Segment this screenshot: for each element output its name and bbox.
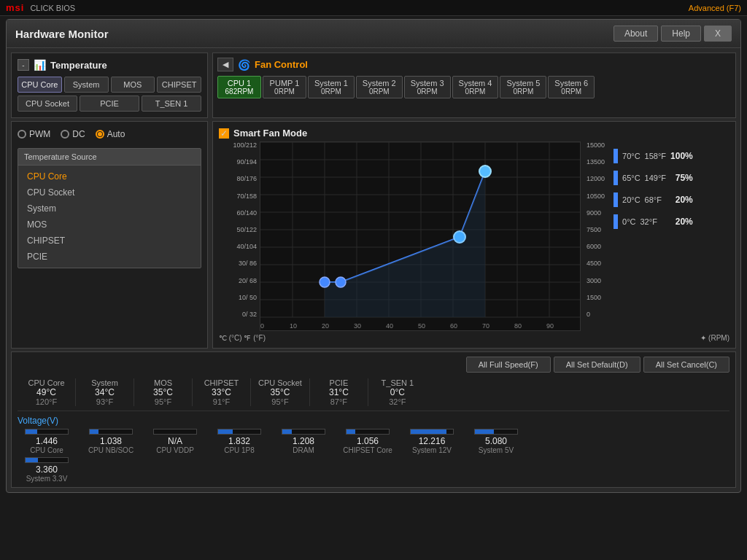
temp-btn-mos[interactable]: MOS (111, 77, 155, 93)
voltage-name-cpu-1p8: CPU 1P8 (224, 446, 255, 454)
smart-fan-checkbox[interactable]: ✓ (219, 128, 229, 139)
auto-label: Auto (107, 129, 125, 139)
fan-tab-sys4[interactable]: System 4 0RPM (452, 76, 499, 98)
rpm-scale-0: 0 (587, 311, 605, 318)
y-axis-labels: 100/212 90/194 80/176 70/158 60/140 50/1… (219, 141, 257, 331)
help-button[interactable]: Help (661, 26, 701, 42)
temperature-panel-title: Temperature (50, 60, 107, 71)
voltage-name-cpu-nb: CPU NB/SOC (88, 446, 133, 454)
fan-tab-sys3[interactable]: System 3 0RPM (404, 76, 451, 98)
voltage-bar-cpu-core (26, 429, 37, 434)
fan-tab-pump1[interactable]: PUMP 1 0RPM (263, 76, 306, 98)
rpm-scale-12000: 12000 (587, 175, 605, 182)
fan-tab-sys6-label: System 6 (554, 79, 588, 88)
fan-tab-sys1[interactable]: System 1 0RPM (308, 76, 355, 98)
y-label-9: 10/ 50 (219, 294, 257, 301)
voltage-row-2: 3.360 System 3.3V (18, 457, 729, 483)
voltage-bar-dram (282, 429, 292, 434)
bios-title: CLICK BIOS (30, 4, 75, 12)
chart-footer: ℃ (°C) ℉ (°F) ✦ (RPM) (219, 334, 729, 342)
rpm-scale-4500: 4500 (587, 260, 605, 267)
temp-source-system[interactable]: System (18, 201, 201, 217)
sensor-mos-fahrenheit: 95°F (155, 397, 171, 406)
svg-text:90: 90 (546, 322, 554, 330)
voltage-bar-chipset (347, 429, 355, 434)
temp-source-cpu-core[interactable]: CPU Core (18, 168, 201, 184)
sensor-system-name: System (91, 378, 118, 387)
smart-fan-mode-label: Smart Fan Mode (233, 128, 307, 139)
y-label-5: 50/122 (219, 226, 257, 233)
temp-source-chipset[interactable]: CHIPSET (18, 233, 201, 249)
voltage-section: Voltage(V) 1.446 CPU Core 1.038 (18, 416, 729, 483)
fan-control-title: Fan Control (255, 59, 308, 70)
fan-tab-sys6-rpm: 0RPM (554, 88, 588, 96)
control-point-2[interactable] (336, 277, 346, 287)
sensor-system: System 34°C 93°F (76, 378, 134, 406)
voltage-bar-container-cpu-core (25, 429, 69, 435)
fan-back-button[interactable]: ◀ (217, 58, 233, 71)
voltage-bar-3v3 (26, 458, 38, 462)
temperature-buttons-row2: CPU Socket PCIE T_SEN 1 (18, 96, 201, 112)
temp-btn-tsen1[interactable]: T_SEN 1 (142, 96, 201, 112)
fan-tab-cpu1-rpm: 682RPM (224, 88, 255, 96)
fan-tab-pump1-rpm: 0RPM (269, 88, 300, 96)
svg-text:0: 0 (260, 322, 264, 330)
temp-btn-pcie[interactable]: PCIE (80, 96, 139, 112)
voltage-name-3v3: System 3.3V (26, 475, 68, 483)
sensor-pcie-fahrenheit: 87°F (330, 397, 347, 406)
fan-tab-sys6[interactable]: System 6 0RPM (548, 76, 595, 98)
expand-button[interactable]: - (18, 59, 29, 71)
sensor-mos: MOS 35°C 95°F (134, 378, 193, 406)
threshold-75pct: 65°C 149°F 75% (614, 171, 693, 185)
pwm-radio[interactable] (18, 130, 26, 139)
fan-tabs-container: CPU 1 682RPM PUMP 1 0RPM System 1 0RPM S… (217, 76, 731, 98)
rpm-scale-10500: 10500 (587, 192, 605, 200)
window-controls: About Help X (614, 26, 732, 42)
chart-area: ✓ Smart Fan Mode 100/212 90/194 80/176 7… (212, 121, 736, 349)
fan-tab-sys5[interactable]: System 5 0RPM (500, 76, 546, 98)
threshold-20pct-1: 20°C 68°F 20% (614, 192, 693, 207)
sensor-mos-celsius: 35°C (153, 387, 173, 397)
temperature-panel-header: - 📊 Temperature (18, 59, 201, 71)
close-button[interactable]: X (704, 26, 732, 42)
temp-btn-cpu-socket[interactable]: CPU Socket (18, 96, 77, 112)
control-point-3[interactable] (454, 231, 465, 243)
voltage-bar-container-12v (410, 429, 454, 435)
sensor-tsen1-celsius: 0°C (390, 387, 405, 397)
control-point-1[interactable] (320, 277, 330, 287)
y-label-4: 60/140 (219, 209, 257, 217)
fan-tab-sys2[interactable]: System 2 0RPM (356, 76, 403, 98)
temp-btn-cpu-core[interactable]: CPU Core (18, 77, 62, 93)
voltage-cpu-vddp: N/A CPU VDDP (146, 429, 204, 454)
pwm-option[interactable]: PWM (18, 129, 50, 139)
fan-tab-sys1-rpm: 0RPM (314, 88, 348, 96)
voltage-name-cpu-core: CPU Core (30, 446, 63, 454)
control-point-4[interactable] (479, 166, 491, 177)
temp-btn-system[interactable]: System (64, 77, 109, 93)
all-full-speed-button[interactable]: All Full Speed(F) (466, 357, 551, 373)
fan-curve-chart[interactable]: 0 10 20 30 40 50 60 70 80 90 (260, 141, 581, 331)
all-set-cancel-button[interactable]: All Set Cancel(C) (643, 357, 729, 373)
svg-text:70: 70 (482, 322, 489, 330)
fan-icon: 🌀 (238, 59, 250, 71)
fan-tab-cpu1[interactable]: CPU 1 682RPM (217, 76, 261, 98)
dc-radio[interactable] (61, 130, 69, 139)
about-button[interactable]: About (614, 26, 658, 42)
temp-source-mos[interactable]: MOS (18, 217, 201, 233)
voltage-title: Voltage(V) (18, 416, 729, 426)
temp-btn-chipset[interactable]: CHIPSET (157, 77, 201, 93)
sensor-pcie-name: PCIE (330, 378, 349, 387)
threshold-100pct: 70°C 158°F 100% (614, 149, 693, 163)
voltage-val-12v: 12.216 (419, 436, 446, 446)
dc-option[interactable]: DC (61, 129, 85, 139)
auto-radio[interactable] (96, 130, 104, 139)
sensor-readings: CPU Core 49°C 120°F System 34°C 93°F MOS… (18, 378, 729, 411)
temp-source-pcie[interactable]: PCIE (18, 249, 201, 265)
temp-source-cpu-socket[interactable]: CPU Socket (18, 184, 201, 201)
sensor-chipset: CHIPSET 33°C 91°F (193, 378, 251, 406)
voltage-bar-container-5v (474, 429, 518, 435)
auto-option[interactable]: Auto (96, 129, 125, 139)
sensor-cpu-socket-fahrenheit: 95°F (271, 397, 288, 406)
all-set-default-button[interactable]: All Set Default(D) (554, 357, 640, 373)
threshold-pct-75: 75% (676, 173, 693, 183)
